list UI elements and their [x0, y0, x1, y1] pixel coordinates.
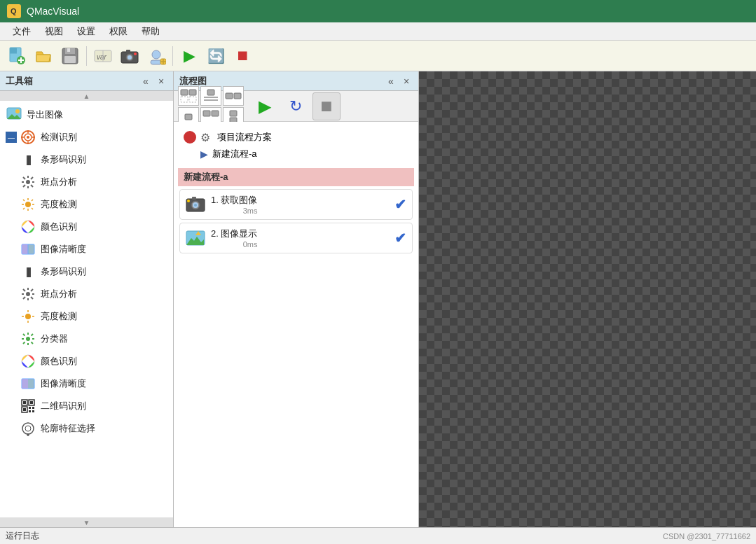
export-image-icon: [6, 106, 22, 123]
svg-line-43: [23, 185, 25, 187]
export-image-label: 导出图像: [27, 109, 63, 121]
reload-button[interactable]: 🔄: [203, 43, 228, 69]
toolbox-scroll-down[interactable]: ▼: [0, 517, 173, 527]
flow-gear-icon: ⚙: [200, 131, 213, 144]
svg-line-77: [32, 342, 34, 344]
svg-line-78: [32, 334, 34, 336]
flowchart-collapse-btn[interactable]: «: [385, 75, 397, 88]
flow-play-btn[interactable]: ▶: [251, 92, 279, 120]
tool-item-colorid1[interactable]: 颜色识别: [0, 216, 173, 238]
svg-rect-100: [189, 97, 196, 102]
svg-rect-55: [22, 244, 28, 254]
tool-item-barcode1[interactable]: ||| 条形码识别: [0, 148, 173, 171]
tool-item-contour[interactable]: 轮廓特征选择: [0, 417, 173, 440]
status-bar: 运行日志 CSDN @2301_77711662: [0, 527, 756, 544]
svg-rect-109: [230, 111, 237, 116]
classifier-label: 分类器: [41, 333, 68, 345]
svg-line-50: [32, 208, 33, 209]
tool-category-detect[interactable]: — 检测识别: [0, 126, 173, 148]
menu-permissions[interactable]: 权限: [102, 24, 135, 39]
svg-rect-18: [126, 50, 130, 53]
flow-grid-btn-1[interactable]: [178, 86, 199, 106]
svg-point-66: [25, 314, 31, 319]
svg-line-49: [23, 200, 25, 201]
svg-point-116: [187, 200, 190, 202]
svg-point-20: [152, 50, 160, 59]
menu-settings[interactable]: 设置: [70, 24, 102, 39]
svg-rect-88: [23, 408, 26, 411]
flow-step-2[interactable]: 2. 图像显示 0ms ✔: [179, 223, 413, 253]
detect-expand-btn[interactable]: —: [6, 132, 17, 143]
spot2-icon: [20, 286, 36, 302]
toolbox-collapse-btn[interactable]: «: [139, 75, 152, 88]
menu-help[interactable]: 帮助: [135, 24, 167, 39]
svg-line-40: [23, 177, 25, 179]
stop-button[interactable]: ⏹: [230, 43, 255, 69]
tool-item-qrcode[interactable]: 二维码识别: [0, 395, 173, 417]
tool-item-brightness1[interactable]: 亮度检测: [0, 193, 173, 216]
svg-line-52: [23, 208, 25, 209]
toolbox-controls: « ×: [139, 75, 167, 88]
svg-rect-101: [207, 90, 214, 95]
svg-rect-107: [203, 111, 210, 116]
svg-rect-97: [181, 90, 188, 95]
flowchart-controls: « ×: [385, 75, 413, 88]
brightness2-icon: [20, 308, 36, 325]
flow-name: 新建流程-a: [212, 148, 257, 160]
toolbar: var ▶ 🔄 ⏹: [0, 41, 756, 71]
tool-item-spot1[interactable]: 斑点分析: [0, 171, 173, 193]
colorid2-label: 颜色识别: [41, 355, 77, 368]
svg-rect-90: [32, 407, 34, 409]
tool-item-barcode2[interactable]: ||| 条形码识别: [0, 260, 173, 283]
tool-item-export-image[interactable]: 导出图像: [0, 104, 173, 126]
camera-capture-button[interactable]: [117, 43, 142, 69]
menu-file[interactable]: 文件: [6, 24, 38, 39]
svg-rect-108: [212, 111, 219, 116]
clarity2-icon: [20, 375, 36, 392]
toolbox-content[interactable]: 导出图像 — 检测识别: [0, 101, 173, 517]
flowchart-content[interactable]: ⚙ 项目流程方案 ▶ 新建流程-a 新建流程-a: [174, 122, 418, 527]
clarity2-label: 图像清晰度: [41, 377, 86, 390]
svg-point-114: [194, 204, 197, 207]
flow-block-grid: [178, 86, 244, 127]
menu-view[interactable]: 视图: [38, 24, 70, 39]
flow-step-2-time: 0ms: [211, 240, 257, 249]
svg-line-79: [23, 342, 25, 344]
open-button[interactable]: [31, 43, 56, 69]
var-button[interactable]: var: [90, 43, 116, 69]
camera-settings-button[interactable]: [144, 43, 169, 69]
flow-step-1-icon: [186, 195, 205, 214]
svg-line-76: [23, 334, 25, 336]
tool-item-clarity1[interactable]: 图像清晰度: [0, 238, 173, 260]
svg-rect-106: [185, 114, 192, 120]
flow-project-row: ⚙ 项目流程方案: [181, 129, 411, 146]
tool-item-clarity2[interactable]: 图像清晰度: [0, 372, 173, 395]
svg-rect-10: [67, 48, 70, 52]
tool-item-brightness2[interactable]: 亮度检测: [0, 305, 173, 328]
flow-grid-btn-3[interactable]: [223, 86, 244, 106]
save-button[interactable]: [57, 43, 83, 69]
tool-item-colorid2[interactable]: 颜色识别: [0, 350, 173, 372]
flow-step-2-name: 2. 图像显示: [211, 228, 257, 240]
toolbox-close-btn[interactable]: ×: [155, 75, 167, 88]
flow-grid-btn-2[interactable]: [200, 86, 221, 106]
flow-sub-row[interactable]: ▶ 新建流程-a: [181, 146, 411, 162]
new-button[interactable]: [4, 43, 29, 69]
flow-stop-btn[interactable]: ⏹: [312, 92, 341, 120]
tool-item-classifier[interactable]: 分类器: [0, 328, 173, 350]
barcode2-icon: |||: [20, 263, 36, 280]
brightness1-label: 亮度检测: [41, 198, 77, 211]
flow-reload-btn[interactable]: ↻: [282, 92, 310, 120]
svg-rect-105: [234, 93, 241, 99]
toolbox-scroll-up[interactable]: ▲: [0, 91, 173, 101]
spot1-icon: [20, 174, 36, 190]
flowchart-toolbar: ▶ ↻ ⏹: [174, 91, 418, 122]
svg-rect-3: [10, 48, 17, 53]
menu-bar: 文件 视图 设置 权限 帮助: [0, 22, 756, 41]
flowchart-close-btn[interactable]: ×: [400, 75, 413, 88]
watermark-text: CSDN @2301_77711662: [663, 532, 750, 540]
play-button[interactable]: ▶: [177, 43, 202, 69]
canvas-area: [419, 71, 756, 527]
flow-step-1[interactable]: 1. 获取图像 3ms ✔: [179, 189, 413, 220]
tool-item-spot2[interactable]: 斑点分析: [0, 283, 173, 305]
